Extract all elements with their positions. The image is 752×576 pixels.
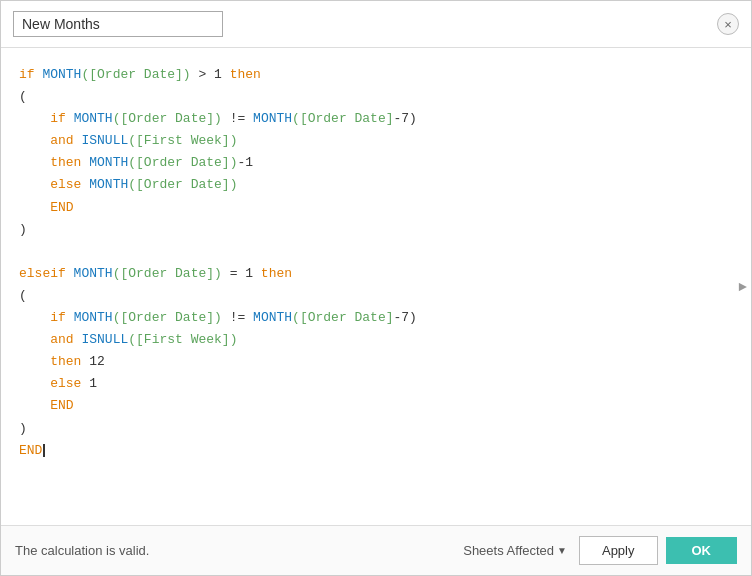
field-name-input[interactable]	[13, 11, 223, 37]
code-line: then MONTH([Order Date])-1	[19, 152, 733, 174]
code-line: and ISNULL([First Week])	[19, 329, 733, 351]
code-line	[19, 241, 733, 263]
code-line: then 12	[19, 351, 733, 373]
sheets-affected-label: Sheets Affected	[463, 543, 554, 558]
ok-button[interactable]: OK	[666, 537, 738, 564]
validation-message: The calculation is valid.	[15, 543, 149, 558]
code-line: (	[19, 86, 733, 108]
code-line: if MONTH([Order Date]) > 1 then	[19, 64, 733, 86]
dialog-header: ×	[1, 1, 751, 48]
code-line: END	[19, 395, 733, 417]
code-editor[interactable]: if MONTH([Order Date]) > 1 then( if MONT…	[1, 48, 751, 525]
dialog-footer: The calculation is valid. Sheets Affecte…	[1, 525, 751, 575]
code-line: if MONTH([Order Date]) != MONTH([Order D…	[19, 307, 733, 329]
code-line: and ISNULL([First Week])	[19, 130, 733, 152]
code-line: elseif MONTH([Order Date]) = 1 then	[19, 263, 733, 285]
close-button[interactable]: ×	[717, 13, 739, 35]
chevron-down-icon: ▼	[557, 545, 567, 556]
code-line: END	[19, 440, 733, 462]
code-line: else 1	[19, 373, 733, 395]
code-line: )	[19, 418, 733, 440]
sheets-affected-button[interactable]: Sheets Affected ▼	[459, 543, 571, 558]
code-line: (	[19, 285, 733, 307]
code-line: else MONTH([Order Date])	[19, 174, 733, 196]
code-line: END	[19, 197, 733, 219]
code-line: )	[19, 219, 733, 241]
calculated-field-dialog: × if MONTH([Order Date]) > 1 then( if MO…	[0, 0, 752, 576]
footer-actions: Sheets Affected ▼ Apply OK	[459, 536, 737, 565]
text-cursor	[43, 444, 45, 457]
scroll-arrow-icon: ►	[739, 279, 747, 295]
apply-button[interactable]: Apply	[579, 536, 658, 565]
code-line: if MONTH([Order Date]) != MONTH([Order D…	[19, 108, 733, 130]
